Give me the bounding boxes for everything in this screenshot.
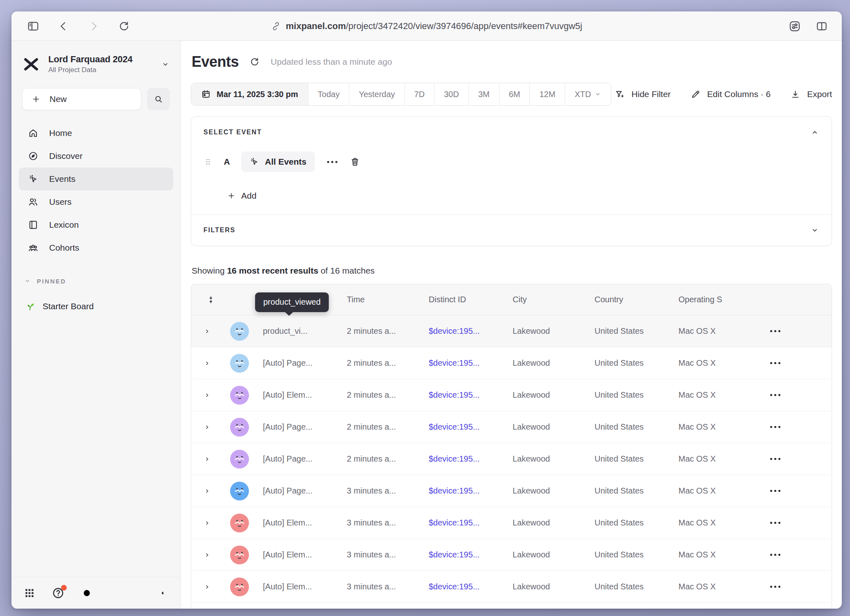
distinct-id-link[interactable]: $device:195... bbox=[422, 358, 506, 368]
country-cell: United States bbox=[588, 422, 671, 432]
range-7d[interactable]: 7D bbox=[405, 83, 434, 105]
sidebar-item-starter-board[interactable]: Starter Board bbox=[11, 285, 181, 312]
row-menu-button[interactable] bbox=[755, 458, 832, 460]
row-menu-button[interactable] bbox=[755, 522, 832, 524]
distinct-id-link[interactable]: $device:195... bbox=[422, 326, 506, 336]
expand-row-icon[interactable] bbox=[203, 551, 211, 559]
page-settings-icon[interactable] bbox=[789, 20, 801, 32]
distinct-id-link[interactable]: $device:195... bbox=[422, 390, 506, 400]
event-name-cell[interactable]: [Auto] Elem... bbox=[256, 550, 340, 559]
column-header-time[interactable]: Time bbox=[340, 295, 422, 304]
table-row[interactable]: product_vi... 2 minutes a... $device:195… bbox=[191, 315, 832, 347]
expand-row-icon[interactable] bbox=[203, 360, 211, 367]
os-cell: Mac OS X bbox=[671, 326, 755, 336]
row-menu-button[interactable] bbox=[755, 586, 832, 588]
column-header-distinct-id[interactable]: Distinct ID bbox=[422, 295, 506, 304]
event-name-cell[interactable]: [Auto] Page... bbox=[256, 454, 340, 464]
distinct-id-link[interactable]: $device:195... bbox=[422, 582, 506, 591]
collapse-sidebar-icon[interactable] bbox=[157, 587, 168, 599]
distinct-id-link[interactable]: $device:195... bbox=[422, 486, 506, 496]
country-cell: United States bbox=[588, 326, 671, 336]
column-header-os[interactable]: Operating S bbox=[671, 295, 755, 304]
table-row[interactable]: [Auto] Elem... 3 minutes a... $device:19… bbox=[191, 539, 832, 571]
distinct-id-link[interactable]: $device:195... bbox=[422, 422, 506, 432]
hide-filter-button[interactable]: Hide Filter bbox=[615, 89, 671, 100]
sidebar-item-lexicon[interactable]: Lexicon bbox=[19, 213, 173, 236]
table-row[interactable]: [Auto] Elem... 2 minutes a... $device:19… bbox=[191, 379, 832, 411]
range-12m[interactable]: 12M bbox=[529, 83, 565, 105]
chevron-up-icon[interactable] bbox=[810, 128, 819, 137]
distinct-id-link[interactable]: $device:195... bbox=[422, 454, 506, 464]
event-avatar-icon bbox=[230, 450, 249, 469]
range-30d[interactable]: 30D bbox=[434, 83, 468, 105]
search-button[interactable] bbox=[147, 88, 170, 110]
row-menu-button[interactable] bbox=[755, 330, 832, 332]
sidebar-item-cohorts[interactable]: Cohorts bbox=[19, 236, 173, 259]
all-events-chip[interactable]: All Events bbox=[241, 152, 315, 172]
url-bar[interactable]: mixpanel.com/project/3472420/view/397469… bbox=[11, 11, 842, 41]
range-label: 12M bbox=[539, 90, 555, 99]
range-yesterday[interactable]: Yesterday bbox=[349, 83, 404, 105]
column-header-country[interactable]: Country bbox=[588, 295, 671, 304]
table-row[interactable]: [Auto] Page... 3 minutes a... $device:19… bbox=[191, 475, 832, 507]
edit-columns-label: Edit Columns · 6 bbox=[707, 89, 771, 99]
row-menu-button[interactable] bbox=[755, 426, 832, 428]
pinned-section-header[interactable]: PINNED bbox=[11, 259, 181, 285]
range-label: 6M bbox=[509, 90, 520, 99]
event-options-button[interactable] bbox=[325, 161, 340, 163]
row-menu-button[interactable] bbox=[755, 394, 832, 396]
event-name-cell[interactable]: product_vi... bbox=[256, 326, 340, 336]
event-name-cell[interactable]: [Auto] Page... bbox=[256, 422, 340, 432]
apps-grid-icon[interactable] bbox=[24, 587, 35, 599]
edit-columns-button[interactable]: Edit Columns · 6 bbox=[690, 89, 771, 100]
trash-icon[interactable] bbox=[350, 156, 360, 167]
help-button[interactable] bbox=[52, 587, 65, 600]
event-name-cell[interactable]: [Auto] Page... bbox=[256, 486, 340, 496]
sidebar-item-home[interactable]: Home bbox=[19, 122, 173, 145]
table-row[interactable]: [Auto] Elem... 3 minutes a... $device:19… bbox=[191, 571, 832, 603]
os-cell: Mac OS X bbox=[671, 358, 755, 368]
range-3m[interactable]: 3M bbox=[468, 83, 499, 105]
sidebar-item-events[interactable]: Events bbox=[19, 168, 173, 190]
column-header-city[interactable]: City bbox=[506, 295, 588, 304]
event-name-cell[interactable]: [Auto] Elem... bbox=[256, 390, 340, 400]
new-button[interactable]: New bbox=[22, 88, 141, 110]
export-button[interactable]: Export bbox=[790, 89, 832, 100]
row-menu-button[interactable] bbox=[755, 554, 832, 556]
expand-row-icon[interactable] bbox=[203, 392, 211, 399]
sidebar-item-users[interactable]: Users bbox=[19, 190, 173, 213]
distinct-id-link[interactable]: $device:195... bbox=[422, 518, 506, 528]
event-name-cell[interactable]: [Auto] Elem... bbox=[256, 582, 340, 591]
row-menu-button[interactable] bbox=[755, 362, 832, 364]
chevron-down-icon[interactable] bbox=[810, 226, 819, 235]
expand-row-icon[interactable] bbox=[203, 424, 211, 431]
expand-row-icon[interactable] bbox=[203, 519, 211, 527]
city-cell: Lakewood bbox=[506, 582, 588, 591]
table-row[interactable]: [Auto] Page... 2 minutes a... $device:19… bbox=[191, 443, 832, 475]
expand-row-icon[interactable] bbox=[203, 328, 211, 335]
project-switcher[interactable]: Lord Farquaad 2024 All Project Data bbox=[11, 41, 181, 78]
expand-row-icon[interactable] bbox=[203, 487, 211, 495]
table-row[interactable]: [Auto] Page... 2 minutes a... $device:19… bbox=[191, 347, 832, 379]
event-name-cell[interactable]: [Auto] Elem... bbox=[256, 518, 340, 528]
distinct-id-link[interactable]: $device:195... bbox=[422, 550, 506, 559]
range-xtd[interactable]: XTD bbox=[565, 83, 611, 105]
expand-row-icon[interactable] bbox=[203, 455, 211, 463]
drag-handle-icon[interactable] bbox=[203, 157, 212, 166]
table-row[interactable]: [Auto] Elem... 3 minutes a... $device:19… bbox=[191, 507, 832, 539]
collapse-rows-icon[interactable] bbox=[206, 295, 215, 304]
event-name-cell[interactable]: [Auto] Page... bbox=[256, 358, 340, 368]
table-row[interactable]: [Auto] Page... 2 minutes a... $device:19… bbox=[191, 411, 832, 443]
table-row[interactable]: [Auto] Elem... 4 minutes a... $device:19… bbox=[191, 603, 832, 609]
range-today[interactable]: Today bbox=[308, 83, 349, 105]
date-picker-button[interactable]: Mar 11, 2025 3:30 pm bbox=[191, 83, 308, 105]
compass-icon bbox=[28, 151, 38, 161]
settings-gear-icon[interactable] bbox=[81, 587, 93, 599]
expand-row-icon[interactable] bbox=[203, 583, 211, 591]
refresh-icon[interactable] bbox=[249, 57, 260, 67]
sidebar-item-discover[interactable]: Discover bbox=[19, 145, 173, 168]
split-view-icon[interactable] bbox=[816, 20, 828, 32]
add-event-button[interactable]: Add bbox=[227, 191, 819, 201]
row-menu-button[interactable] bbox=[755, 490, 832, 492]
range-6m[interactable]: 6M bbox=[499, 83, 530, 105]
